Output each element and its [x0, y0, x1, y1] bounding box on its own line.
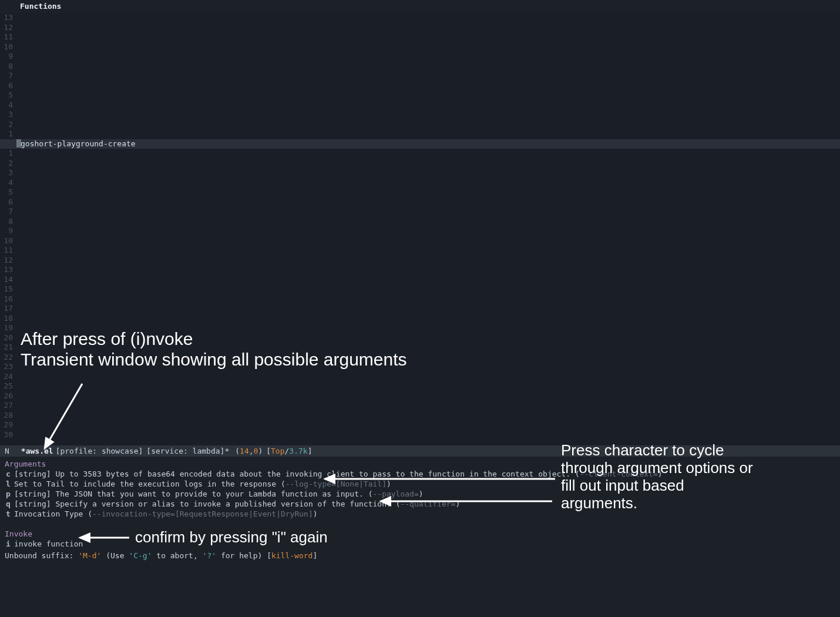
line-num: 6: [0, 81, 14, 91]
modeline: N *aws.el [profile: showcase] [service: …: [0, 445, 840, 457]
arg-key[interactable]: t: [5, 509, 14, 519]
arg-desc: [string] The JSON that you want to provi…: [14, 489, 368, 499]
arg-key[interactable]: c: [5, 469, 14, 479]
invoke-label: invoke function: [14, 539, 83, 549]
arg-row[interactable]: c [string] Up to 3583 bytes of base64 en…: [5, 469, 835, 479]
line-num: 9: [0, 226, 14, 236]
line-num: 19: [0, 323, 14, 333]
arg-row[interactable]: t Invocation Type (--invocation-type=[Re…: [5, 509, 835, 519]
line-num: 10: [0, 236, 14, 246]
mb-mid3: for help): [216, 551, 267, 560]
function-name: goshort-playground-create: [21, 139, 136, 148]
paren-close: ): [258, 447, 263, 455]
header-bar: Functions: [0, 0, 840, 13]
line-num: 16: [0, 294, 14, 304]
line-num: 7: [0, 207, 14, 217]
mb-cmd: kill-word: [271, 551, 313, 560]
line-num: 3: [0, 168, 14, 178]
mb-cmd-close: ]: [313, 551, 317, 560]
mb-abort-key: 'C-g': [129, 551, 152, 560]
mb-key: 'M-d': [78, 551, 101, 560]
arg-flag: --qualifier=: [400, 499, 455, 509]
arg-flag: --log-type=[None|Tail]: [285, 479, 387, 489]
line-num: 30: [0, 430, 14, 440]
line-num: 4: [0, 100, 14, 110]
mb-mid1: (Use: [101, 551, 129, 560]
invoke-key[interactable]: i: [5, 539, 14, 549]
line-num: 7: [0, 71, 14, 81]
arg-key[interactable]: l: [5, 479, 14, 489]
line-num: 11: [0, 32, 14, 42]
mb-mid2: to abort,: [152, 551, 202, 560]
line-num: 13: [0, 265, 14, 275]
arg-desc: [string] Specify a version or alias to i…: [14, 499, 396, 509]
line-num: 1: [0, 129, 14, 139]
line-num: 6: [0, 197, 14, 207]
profile-label: [profile: showcase]: [56, 447, 143, 455]
slash: /: [285, 447, 290, 455]
line-num: 21: [0, 343, 14, 353]
line-num: 2: [0, 159, 14, 169]
line-num: 22: [0, 353, 14, 363]
service-label: [service: lambda]*: [146, 447, 229, 455]
bracket-open: [: [266, 447, 271, 455]
editor-area[interactable]: 13 12 11 10 9 8 7 6 5 4 3 2 1 0 1 2 3 4 …: [0, 13, 840, 445]
size-label: 3.7k: [289, 447, 307, 455]
arg-desc: Invocation Type: [14, 509, 88, 519]
arg-key[interactable]: q: [5, 499, 14, 509]
line-num: 1: [0, 149, 14, 159]
line-num: 28: [0, 411, 14, 421]
line-num: 8: [0, 217, 14, 227]
line-num: 2: [0, 120, 14, 130]
invoke-header: Invoke: [5, 529, 835, 539]
minibuffer: Unbound suffix: 'M-d' (Use 'C-g' to abor…: [0, 550, 840, 561]
mode-indicator: N: [5, 447, 9, 455]
arg-flag: --payload=: [372, 489, 418, 499]
position-label: Top: [271, 447, 284, 455]
line-num: 23: [0, 362, 14, 372]
line-num: 5: [0, 90, 14, 100]
line-num: 29: [0, 420, 14, 430]
mb-prefix: Unbound suffix:: [5, 551, 78, 560]
transient-panel: Arguments c [string] Up to 3583 bytes of…: [0, 457, 840, 550]
cursor-line: 14: [240, 447, 249, 455]
line-num: 20: [0, 333, 14, 343]
arg-desc: Set to Tail to include the execution log…: [14, 479, 281, 489]
list-item[interactable]: goshort-playground-create: [16, 139, 840, 149]
line-num: 14: [0, 275, 14, 285]
line-num: 27: [0, 401, 14, 411]
line-num: 17: [0, 304, 14, 314]
line-num: 9: [0, 52, 14, 62]
bracket-close: ]: [308, 447, 313, 455]
arguments-header: Arguments: [5, 459, 835, 469]
arg-row[interactable]: p [string] The JSON that you want to pro…: [5, 489, 835, 499]
line-number-gutter: 13 12 11 10 9 8 7 6 5 4 3 2 1 0 1 2 3 4 …: [0, 13, 14, 440]
line-num: 24: [0, 372, 14, 382]
arg-desc: [string] Up to 3583 bytes of base64 enco…: [14, 469, 575, 479]
arg-key[interactable]: p: [5, 489, 14, 499]
line-num: 25: [0, 381, 14, 391]
line-num: 26: [0, 391, 14, 401]
line-num: 12: [0, 23, 14, 33]
buffer-name: *aws.el: [21, 447, 53, 455]
arg-row[interactable]: q [string] Specify a version or alias to…: [5, 499, 835, 509]
buffer-content[interactable]: goshort-playground-create: [16, 13, 840, 149]
arg-row[interactable]: l Set to Tail to include the execution l…: [5, 479, 835, 489]
mb-cmd-open: [: [267, 551, 271, 560]
paren-open: (: [235, 447, 240, 455]
line-num: 10: [0, 42, 14, 52]
arg-flag: --client-context=: [580, 469, 658, 479]
line-num: 13: [0, 13, 14, 23]
cursor-sep: ,: [249, 447, 254, 455]
line-num: 8: [0, 62, 14, 72]
line-num: 11: [0, 246, 14, 256]
line-num: 15: [0, 284, 14, 294]
line-num: 4: [0, 178, 14, 188]
line-num: 18: [0, 314, 14, 324]
mb-help-key: '?': [203, 551, 216, 560]
line-num: 3: [0, 110, 14, 120]
invoke-row[interactable]: i invoke function: [5, 539, 835, 549]
arg-flag: --invocation-type=[RequestResponse|Event…: [92, 509, 313, 519]
line-num: 12: [0, 256, 14, 266]
header-title: Functions: [20, 2, 61, 11]
